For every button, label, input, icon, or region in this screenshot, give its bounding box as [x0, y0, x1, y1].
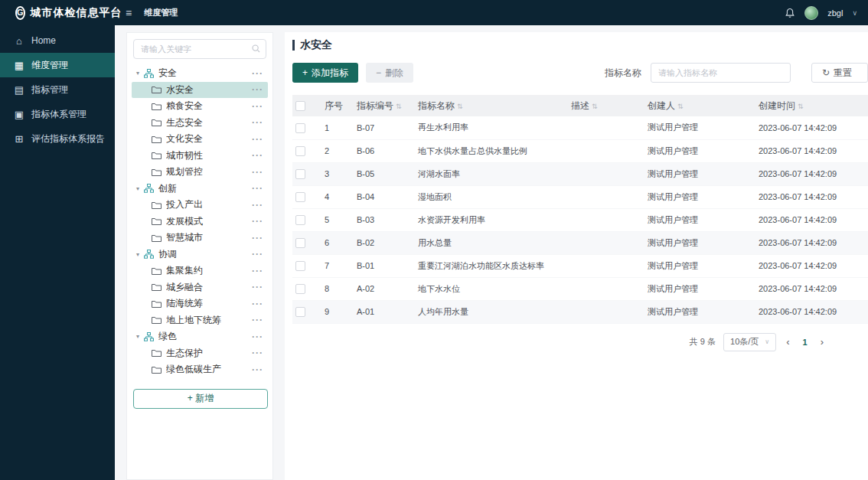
row-checkbox[interactable] — [295, 261, 305, 271]
tree-node-14[interactable]: 陆海统筹··· — [132, 296, 268, 312]
node-more-icon[interactable]: ··· — [252, 249, 265, 260]
sidebar-item-1[interactable]: ▦维度管理 — [0, 53, 115, 77]
tree-node-9[interactable]: 发展模式··· — [132, 214, 268, 230]
node-more-icon[interactable]: ··· — [252, 183, 265, 194]
table-body: 1B-07再生水利用率测试用户管理2023-06-07 14:42:092B-0… — [292, 116, 868, 323]
sort-icon[interactable]: ⇅ — [457, 103, 463, 110]
node-more-icon[interactable]: ··· — [252, 167, 265, 178]
tree-node-0[interactable]: ▾安全··· — [132, 65, 268, 82]
node-more-icon[interactable]: ··· — [252, 216, 265, 227]
column-header[interactable]: 指标名称⇅ — [415, 95, 568, 116]
select-all-checkbox[interactable] — [295, 101, 305, 111]
tree-search-input[interactable] — [133, 39, 266, 59]
dimension-tree: ▾安全···水安全···粮食安全···生态安全···文化安全···城市韧性···… — [132, 65, 268, 378]
node-more-icon[interactable]: ··· — [252, 348, 265, 358]
tree-node-15[interactable]: 地上地下统筹··· — [132, 312, 268, 329]
node-more-icon[interactable]: ··· — [252, 364, 265, 375]
expand-caret-icon[interactable]: ▾ — [136, 70, 144, 77]
tree-node-label: 粮食安全 — [166, 100, 252, 113]
tree-node-18[interactable]: 绿色低碳生产··· — [132, 361, 268, 378]
row-checkbox[interactable] — [295, 215, 305, 225]
node-more-icon[interactable]: ··· — [252, 266, 265, 276]
row-checkbox[interactable] — [295, 307, 305, 317]
tree-node-16[interactable]: ▾绿色··· — [132, 328, 268, 345]
column-header[interactable]: 创建人⇅ — [644, 95, 755, 116]
tree-node-11[interactable]: ▾协调··· — [132, 247, 268, 263]
category-tree-icon — [144, 250, 154, 259]
tree-node-4[interactable]: 文化安全··· — [132, 131, 268, 148]
add-indicator-button[interactable]: + 添加指标 — [292, 63, 358, 83]
column-header[interactable]: 指标编号⇅ — [354, 95, 415, 116]
next-page-button[interactable]: › — [818, 336, 826, 348]
username[interactable]: zbgl — [827, 8, 843, 18]
logo: G 城市体检信息平台 — [0, 6, 115, 20]
cell-creator: 测试用户管理 — [644, 300, 755, 323]
delete-button[interactable]: − 删除 — [366, 63, 413, 83]
row-checkbox[interactable] — [295, 192, 305, 202]
sidebar-item-0[interactable]: ⌂Home — [0, 28, 115, 53]
node-more-icon[interactable]: ··· — [252, 68, 265, 79]
cell-created: 2023-06-07 14:42:09 — [755, 208, 868, 231]
node-more-icon[interactable]: ··· — [252, 315, 265, 325]
node-more-icon[interactable]: ··· — [252, 84, 265, 95]
user-menu-caret-icon[interactable]: ∨ — [852, 9, 857, 17]
tree-node-1[interactable]: 水安全··· — [132, 82, 268, 99]
node-more-icon[interactable]: ··· — [252, 331, 265, 342]
tree-node-17[interactable]: 生态保护··· — [132, 345, 268, 362]
node-more-icon[interactable]: ··· — [252, 233, 265, 243]
row-checkbox[interactable] — [295, 123, 305, 133]
add-dimension-button[interactable]: + 新增 — [133, 389, 268, 409]
node-more-icon[interactable]: ··· — [252, 299, 265, 309]
sort-icon[interactable]: ⇅ — [798, 103, 804, 110]
cell-no: 5 — [321, 208, 354, 231]
prev-page-button[interactable]: ‹ — [784, 336, 791, 348]
row-checkbox[interactable] — [295, 146, 305, 156]
column-header[interactable]: 描述⇅ — [568, 95, 644, 116]
sidebar-item-2[interactable]: ▤指标管理 — [0, 77, 115, 102]
chevron-down-icon: ∨ — [765, 338, 769, 345]
column-header[interactable]: 创建时间⇅ — [755, 95, 868, 116]
cell-created: 2023-06-07 14:42:09 — [755, 116, 868, 139]
tree-node-2[interactable]: 粮食安全··· — [132, 98, 268, 115]
tree-node-6[interactable]: 规划管控··· — [132, 164, 268, 181]
node-more-icon[interactable]: ··· — [252, 101, 265, 112]
category-tree-icon — [144, 184, 154, 193]
panel-title-text: 水安全 — [300, 38, 332, 52]
indicator-name-input[interactable] — [651, 63, 791, 83]
sort-icon[interactable]: ⇅ — [592, 103, 598, 110]
node-more-icon[interactable]: ··· — [252, 134, 265, 145]
row-checkbox[interactable] — [295, 169, 305, 179]
tree-node-5[interactable]: 城市韧性··· — [132, 148, 268, 165]
tree-node-3[interactable]: 生态安全··· — [132, 115, 268, 132]
report-icon: ⊞ — [14, 133, 24, 145]
expand-caret-icon[interactable]: ▾ — [136, 185, 144, 192]
node-more-icon[interactable]: ··· — [252, 117, 265, 128]
folder-icon — [152, 85, 162, 94]
tree-node-7[interactable]: ▾创新··· — [132, 181, 268, 198]
expand-caret-icon[interactable]: ▾ — [136, 251, 144, 258]
category-tree-icon — [144, 69, 154, 78]
reset-button[interactable]: ↻ 重置 — [811, 63, 868, 83]
expand-caret-icon[interactable]: ▾ — [136, 333, 144, 340]
home-icon: ⌂ — [14, 35, 24, 47]
node-more-icon[interactable]: ··· — [252, 282, 265, 292]
row-checkbox[interactable] — [295, 238, 305, 248]
node-more-icon[interactable]: ··· — [252, 200, 265, 211]
pagination: 共 9 条 10条/页 ∨ ‹ 1 › — [292, 333, 868, 351]
current-page[interactable]: 1 — [800, 338, 811, 347]
sidebar-item-3[interactable]: ▣指标体系管理 — [0, 102, 115, 126]
sort-icon[interactable]: ⇅ — [396, 103, 402, 110]
user-avatar[interactable] — [804, 6, 818, 20]
tree-node-10[interactable]: 智慧城市··· — [132, 230, 268, 247]
page-size-select[interactable]: 10条/页 ∨ — [723, 333, 776, 351]
tree-node-12[interactable]: 集聚集约··· — [132, 263, 268, 279]
node-more-icon[interactable]: ··· — [252, 150, 265, 161]
sort-icon[interactable]: ⇅ — [677, 103, 684, 110]
tree-node-13[interactable]: 城乡融合··· — [132, 279, 268, 296]
notification-bell-icon[interactable] — [785, 8, 795, 18]
sidebar-item-4[interactable]: ⊞评估指标体系报告 — [0, 126, 115, 151]
sidebar-collapse-icon[interactable]: ≡ — [126, 7, 132, 19]
cell-name: 地下水水位 — [415, 277, 568, 300]
tree-node-8[interactable]: 投入产出··· — [132, 197, 268, 214]
row-checkbox[interactable] — [295, 284, 305, 294]
